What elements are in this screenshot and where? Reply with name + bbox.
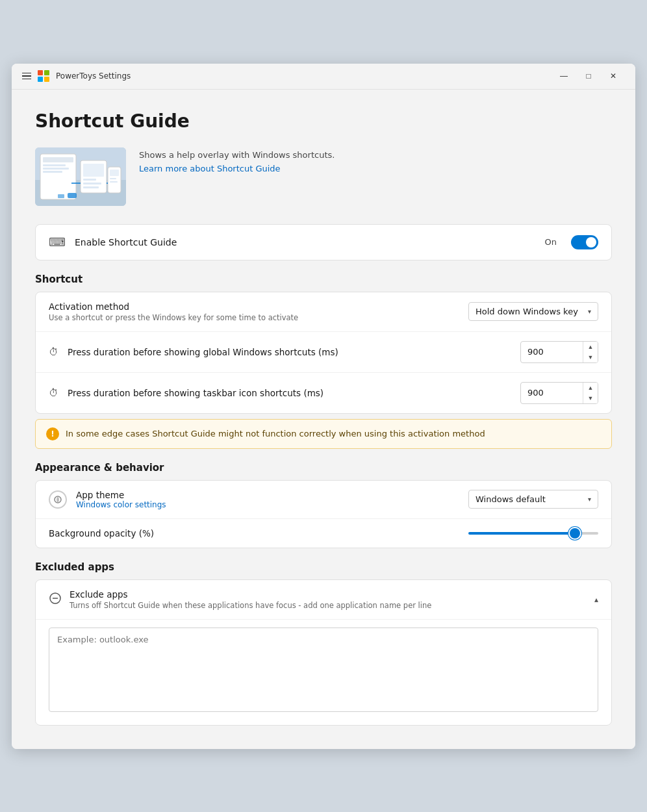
toggle-status: On (545, 237, 557, 247)
press-taskbar-label: Press duration before showing taskbar ic… (68, 388, 511, 398)
minimize-button[interactable]: — (552, 66, 576, 86)
titlebar: PowerToys Settings — □ ✕ (12, 64, 635, 90)
press-global-text: Press duration before showing global Win… (68, 347, 511, 357)
enable-card: ⌨ Enable Shortcut Guide On (35, 224, 612, 260)
windows-color-link[interactable]: Windows color settings (76, 500, 459, 509)
excluded-apps-header[interactable]: Exclude apps Turns off Shortcut Guide wh… (36, 580, 611, 619)
svg-rect-14 (110, 178, 116, 179)
app-theme-label: App theme (76, 490, 459, 500)
svg-rect-5 (43, 168, 69, 170)
titlebar-controls: — □ ✕ (552, 66, 625, 86)
svg-rect-3 (43, 157, 73, 162)
svg-rect-6 (43, 171, 62, 173)
press-taskbar-value[interactable]: 900 (521, 384, 583, 401)
main-window: PowerToys Settings — □ ✕ Shortcut Guide (12, 64, 635, 749)
activation-label: Activation method (49, 301, 459, 312)
shortcut-settings-card: Activation method Use a shortcut or pres… (35, 292, 612, 414)
spinner-down-button[interactable]: ▼ (583, 352, 598, 362)
page-content: Shortcut Guide (12, 90, 635, 749)
activation-sublabel: Use a shortcut or press the Windows key … (49, 313, 459, 322)
hero-section: Shows a help overlay with Windows shortc… (35, 147, 612, 206)
svg-rect-4 (43, 164, 66, 166)
app-icon (38, 70, 49, 82)
enable-toggle-row: ⌨ Enable Shortcut Guide On (36, 225, 611, 260)
svg-rect-10 (83, 183, 101, 184)
theme-chevron-icon: ▾ (588, 496, 591, 503)
opacity-slider[interactable] (468, 532, 598, 535)
app-theme-dropdown[interactable]: Windows default ▾ (468, 490, 598, 509)
hero-description: Shows a help overlay with Windows shortc… (139, 150, 335, 160)
timer-icon: ⏱ (49, 346, 58, 358)
timer2-icon: ⏱ (49, 387, 58, 399)
spinner-taskbar-arrows: ▲ ▼ (583, 383, 598, 403)
hero-learn-more-link[interactable]: Learn more about Shortcut Guide (139, 164, 335, 173)
svg-rect-11 (83, 186, 99, 188)
warning-banner: ! In some edge cases Shortcut Guide migh… (35, 419, 612, 449)
activation-text: Activation method Use a shortcut or pres… (49, 301, 459, 322)
svg-rect-18 (68, 193, 77, 198)
excluded-apps-card: Exclude apps Turns off Shortcut Guide wh… (35, 579, 612, 726)
spinner-taskbar-down-button[interactable]: ▼ (583, 393, 598, 403)
enable-label: Enable Shortcut Guide (75, 237, 536, 247)
press-duration-taskbar-row: ⏱ Press duration before showing taskbar … (36, 373, 611, 413)
warning-icon: ! (46, 427, 59, 440)
hamburger-menu[interactable] (22, 73, 31, 80)
press-taskbar-text: Press duration before showing taskbar ic… (68, 388, 511, 398)
opacity-row: Background opacity (%) (36, 519, 611, 548)
excluded-apps-body (36, 619, 611, 725)
app-theme-row: App theme Windows color settings Windows… (36, 481, 611, 519)
excluded-label: Exclude apps (70, 589, 587, 600)
chevron-up-icon: ▴ (594, 595, 598, 604)
excluded-header-text: Exclude apps Turns off Shortcut Guide wh… (70, 589, 587, 610)
hero-image (35, 147, 126, 206)
keyboard-icon: ⌨ (49, 235, 66, 249)
opacity-label: Background opacity (%) (49, 528, 459, 539)
maximize-button[interactable]: □ (577, 66, 600, 86)
svg-rect-15 (110, 181, 118, 183)
app-theme-selected: Windows default (476, 494, 546, 504)
minus-circle-icon (49, 592, 62, 607)
chevron-down-icon: ▾ (588, 308, 591, 315)
activation-method-row: Activation method Use a shortcut or pres… (36, 292, 611, 332)
slider-container (468, 532, 598, 535)
close-button[interactable]: ✕ (602, 66, 625, 86)
press-duration-global-row: ⏱ Press duration before showing global W… (36, 332, 611, 373)
appearance-section-title: Appearance & behavior (35, 462, 612, 474)
titlebar-title: PowerToys Settings (56, 71, 131, 81)
appearance-card: App theme Windows color settings Windows… (35, 480, 612, 548)
svg-rect-9 (83, 179, 96, 181)
svg-rect-19 (58, 194, 64, 198)
excluded-sublabel: Turns off Shortcut Guide when these appl… (70, 601, 587, 610)
press-taskbar-spinner: 900 ▲ ▼ (520, 382, 598, 404)
excluded-apps-textarea[interactable] (49, 628, 598, 712)
theme-icon (49, 490, 67, 509)
svg-rect-8 (83, 164, 104, 177)
warning-text: In some edge cases Shortcut Guide might … (66, 429, 485, 438)
press-global-spinner: 900 ▲ ▼ (520, 341, 598, 363)
excluded-section-title: Excluded apps (35, 561, 612, 573)
activation-dropdown[interactable]: Hold down Windows key ▾ (468, 302, 598, 321)
page-title: Shortcut Guide (35, 110, 612, 132)
app-theme-text: App theme Windows color settings (76, 490, 459, 509)
titlebar-left: PowerToys Settings (22, 70, 552, 82)
svg-rect-13 (110, 170, 119, 176)
spinner-up-button[interactable]: ▲ (583, 342, 598, 352)
spinner-arrows: ▲ ▼ (583, 342, 598, 362)
press-global-value[interactable]: 900 (521, 343, 583, 361)
press-global-label: Press duration before showing global Win… (68, 347, 511, 357)
hero-desc: Shows a help overlay with Windows shortc… (139, 147, 335, 173)
activation-selected: Hold down Windows key (476, 307, 578, 316)
enable-toggle[interactable] (571, 235, 598, 249)
spinner-taskbar-up-button[interactable]: ▲ (583, 383, 598, 393)
shortcut-section-title: Shortcut (35, 273, 612, 285)
